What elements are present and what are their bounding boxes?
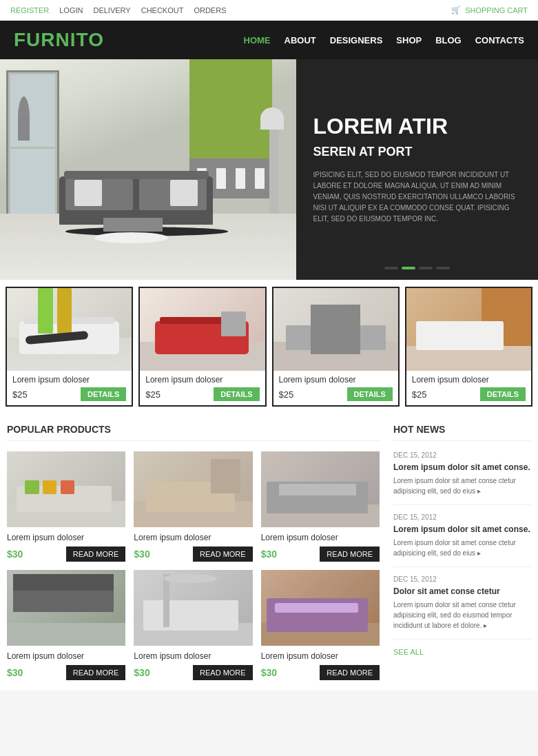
hero-dots xyxy=(296,267,538,269)
top-bar: REGISTER LOGIN DELIVERY CHECKOUT ORDERS … xyxy=(0,0,538,21)
nav-register[interactable]: REGISTER xyxy=(10,6,49,14)
popular-item-name-5: Lorem ipsum doloser xyxy=(134,651,252,661)
hero-dot-1[interactable] xyxy=(384,267,398,269)
popular-price-2: $30 xyxy=(134,549,149,560)
product-footer-3: $25 DETAILS xyxy=(279,387,393,401)
popular-item-name-6: Lorem ipsum doloser xyxy=(261,651,380,661)
product-img-placeholder-3 xyxy=(273,288,398,371)
product-name-4: Lorem ipsum doloser xyxy=(412,375,526,385)
popular-item-img-6 xyxy=(261,570,380,646)
popular-item-3: Lorem ipsum doloser $30 READ MORE xyxy=(261,451,380,562)
popular-price-5: $30 xyxy=(134,667,149,678)
read-more-btn-6[interactable]: READ MORE xyxy=(320,665,380,680)
read-more-btn-3[interactable]: READ MORE xyxy=(320,546,380,562)
product-img-placeholder-2 xyxy=(140,288,265,371)
read-more-btn-2[interactable]: READ MORE xyxy=(193,546,253,562)
logo-accent-letter: F xyxy=(14,29,26,50)
top-nav: REGISTER LOGIN DELIVERY CHECKOUT ORDERS xyxy=(10,6,226,14)
site-logo[interactable]: FURNITO xyxy=(14,29,104,51)
news-item-2: DEC 15, 2012 Lorem ipsum dolor sit amet … xyxy=(393,513,531,567)
product-footer-1: $25 DETAILS xyxy=(12,387,126,401)
featured-product-3: Lorem ipsum doloser $25 DETAILS xyxy=(272,287,400,407)
site-header: FURNITO HOME ABOUT DESIGNERS SHOP BLOG C… xyxy=(0,21,538,59)
product-info-3: Lorem ipsum doloser $25 DETAILS xyxy=(273,371,398,405)
popular-products-section: POPULAR PRODUCTS Lorem ipsum doloser xyxy=(7,424,380,680)
main-nav: HOME ABOUT DESIGNERS SHOP BLOG CONTACTS xyxy=(244,35,524,45)
popular-item-img-2 xyxy=(134,451,252,527)
logo-rest: URNITO xyxy=(26,29,104,50)
popular-item-img-4 xyxy=(7,570,125,646)
cart-icon: 🛒 xyxy=(451,6,461,14)
nav-about[interactable]: ABOUT xyxy=(284,35,316,45)
nav-designers[interactable]: DESIGNERS xyxy=(330,35,383,45)
nav-login[interactable]: LOGIN xyxy=(59,6,83,14)
news-title-2[interactable]: Lorem ipsum dolor sit amet conse. xyxy=(393,524,531,534)
popular-item-footer-5: $30 READ MORE xyxy=(134,665,252,680)
details-btn-2[interactable]: DETAILS xyxy=(214,387,259,401)
product-image-1 xyxy=(7,288,132,371)
product-name-1: Lorem ipsum doloser xyxy=(12,375,126,385)
product-image-4 xyxy=(406,288,531,371)
news-title-3[interactable]: Dolor sit amet conse ctetur xyxy=(393,586,531,596)
news-title-1[interactable]: Lorem ipsum dolor sit amet conse. xyxy=(393,462,531,472)
product-footer-2: $25 DETAILS xyxy=(145,387,259,401)
product-price-3: $25 xyxy=(279,389,294,400)
featured-products-row: Lorem ipsum doloser $25 DETAILS Lorem ip… xyxy=(0,280,538,413)
details-btn-4[interactable]: DETAILS xyxy=(480,387,526,401)
popular-price-6: $30 xyxy=(261,667,277,678)
product-info-4: Lorem ipsum doloser $25 DETAILS xyxy=(406,371,531,405)
popular-item-6: Lorem ipsum doloser $30 READ MORE xyxy=(261,570,380,680)
details-btn-1[interactable]: DETAILS xyxy=(81,387,126,401)
main-content: POPULAR PRODUCTS Lorem ipsum doloser xyxy=(0,413,538,691)
nav-delivery[interactable]: DELIVERY xyxy=(93,6,130,14)
hot-news-section: HOT NEWS DEC 15, 2012 Lorem ipsum dolor … xyxy=(393,424,531,680)
details-btn-3[interactable]: DETAILS xyxy=(347,387,393,401)
product-name-3: Lorem ipsum doloser xyxy=(279,375,393,385)
hero-banner: LOREM ATIR SEREN AT PORT IPISICING ELIT,… xyxy=(0,59,538,280)
cart-area[interactable]: 🛒 SHOPPING CART xyxy=(451,6,528,14)
popular-price-4: $30 xyxy=(7,667,23,678)
news-text-1: Lorem ipsum dolor sit amet conse ctetur … xyxy=(393,476,531,496)
news-item-1: DEC 15, 2012 Lorem ipsum dolor sit amet … xyxy=(393,451,531,505)
product-image-3 xyxy=(273,288,398,371)
popular-item-2: Lorem ipsum doloser $30 READ MORE xyxy=(134,451,252,562)
popular-item-footer-4: $30 READ MORE xyxy=(7,665,125,680)
news-text-3: Lorem ipsum dolor sit amet conse ctetur … xyxy=(393,600,531,631)
nav-home[interactable]: HOME xyxy=(244,35,271,45)
popular-products-grid: Lorem ipsum doloser $30 READ MORE Lorem … xyxy=(7,451,380,680)
read-more-btn-4[interactable]: READ MORE xyxy=(66,665,126,680)
hero-room-image xyxy=(0,59,296,280)
popular-section-title: POPULAR PRODUCTS xyxy=(7,424,380,441)
nav-shop[interactable]: SHOP xyxy=(396,35,422,45)
popular-item-img-1 xyxy=(7,451,125,527)
product-price-4: $25 xyxy=(412,389,427,400)
popular-price-3: $30 xyxy=(261,549,277,560)
popular-item-name-3: Lorem ipsum doloser xyxy=(261,533,380,542)
read-more-btn-5[interactable]: READ MORE xyxy=(193,665,253,680)
hero-subtitle: SEREN AT PORT xyxy=(313,145,521,159)
nav-orders[interactable]: ORDERS xyxy=(194,6,226,14)
featured-product-4: Lorem ipsum doloser $25 DETAILS xyxy=(405,287,532,407)
popular-item-footer-3: $30 READ MORE xyxy=(261,546,380,562)
product-footer-4: $25 DETAILS xyxy=(412,387,526,401)
popular-item-img-3 xyxy=(261,451,380,527)
popular-item-footer-6: $30 READ MORE xyxy=(261,665,380,680)
nav-checkout[interactable]: CHECKOUT xyxy=(141,6,184,14)
nav-blog[interactable]: BLOG xyxy=(435,35,462,45)
news-item-3: DEC 15, 2012 Dolor sit amet conse ctetur… xyxy=(393,575,531,640)
hero-dot-4[interactable] xyxy=(436,267,450,269)
hero-dot-2[interactable] xyxy=(402,267,415,269)
news-date-1: DEC 15, 2012 xyxy=(393,451,531,459)
hero-text-overlay: LOREM ATIR SEREN AT PORT IPISICING ELIT,… xyxy=(296,59,538,280)
see-all-link[interactable]: SEE ALL xyxy=(393,648,531,656)
hero-dot-3[interactable] xyxy=(419,267,433,269)
nav-contacts[interactable]: CONTACTS xyxy=(475,35,524,45)
hero-body: IPISICING ELIT, SED DO EIUSMOD TEMPOR IN… xyxy=(313,170,521,225)
product-image-2 xyxy=(140,288,265,371)
featured-product-2: Lorem ipsum doloser $25 DETAILS xyxy=(138,287,266,407)
product-img-placeholder-1 xyxy=(7,288,132,371)
read-more-btn-1[interactable]: READ MORE xyxy=(66,546,126,562)
popular-price-1: $30 xyxy=(7,549,23,560)
hero-title: LOREM ATIR xyxy=(313,114,521,139)
hot-news-title: HOT NEWS xyxy=(393,424,531,441)
